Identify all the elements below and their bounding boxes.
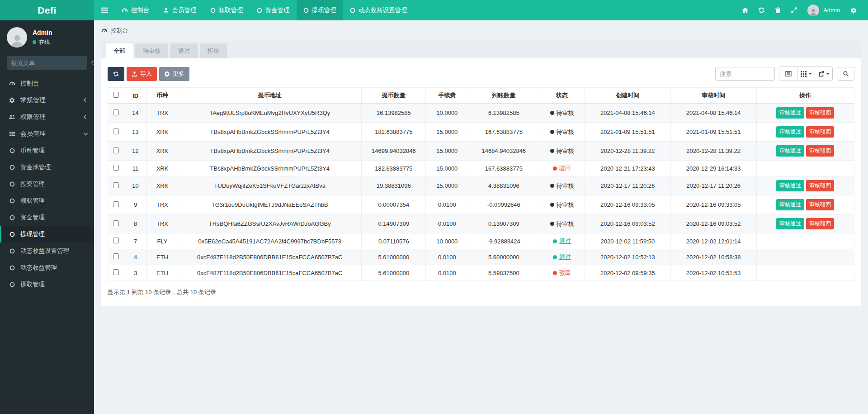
sidebar-item-dashboard[interactable]: 控制台 [0, 75, 94, 92]
ring-icon [9, 148, 15, 153]
hamburger-icon [101, 7, 108, 13]
row-checkbox[interactable] [113, 201, 119, 207]
sidebar-item-general[interactable]: 常规管理 [0, 92, 94, 109]
export-button[interactable] [815, 67, 832, 81]
reject-button[interactable]: 审核驳回 [806, 107, 834, 119]
sidebar-item-dynamic-income-management[interactable]: 动态收益管理 [0, 259, 94, 276]
status-approved[interactable]: 通过 [553, 253, 571, 261]
status-label: 通过 [559, 253, 571, 261]
row-checkbox[interactable] [113, 269, 119, 275]
status-dot-icon [553, 167, 557, 171]
sidebar-item-members[interactable]: 会员管理 [0, 125, 94, 142]
sidebar-search-input[interactable] [11, 60, 91, 67]
person-icon [809, 7, 818, 16]
cell-received: 0.13907309 [468, 214, 539, 233]
cell-actions: 审核通过审核驳回 [756, 176, 854, 195]
reject-button[interactable]: 审核驳回 [806, 145, 834, 157]
main-content: 控制台 全部 待审核 通过 拒绝 导入 [94, 20, 868, 414]
sidebar-item-extraction-management[interactable]: 提取管理 [0, 276, 94, 293]
tab-rejected[interactable]: 拒绝 [200, 43, 227, 58]
sidebar-item-withdrawal-management[interactable]: 提现管理 [0, 226, 94, 243]
row-checkbox[interactable] [113, 109, 119, 115]
table-search-input[interactable] [715, 67, 775, 81]
row-checkbox[interactable] [113, 238, 119, 243]
online-dot-icon [33, 40, 36, 44]
cell-fee: 0.0100 [426, 249, 468, 265]
search-button[interactable] [837, 67, 854, 81]
import-button[interactable]: 导入 [127, 67, 157, 81]
approve-button[interactable]: 审核通过 [776, 180, 804, 191]
row-checkbox[interactable] [113, 220, 119, 226]
gear-icon [850, 7, 857, 14]
topnav-item-claims[interactable]: 领取管理 [203, 0, 250, 20]
cell-created: 2020-12-17 11:20:26 [585, 176, 670, 195]
top-nav: 控制台 会员管理 领取管理 资金管理 提现管理 动态收益设置管理 [115, 0, 414, 20]
refresh-icon [113, 71, 119, 77]
status-pending: 待审核 [550, 201, 574, 209]
sidebar-item-dynamic-income-settings[interactable]: 动态收益设置管理 [0, 243, 94, 259]
row-checkbox[interactable] [113, 253, 119, 259]
ring-icon [257, 8, 262, 13]
select-all-checkbox[interactable] [113, 92, 119, 98]
topnav-item-dynamic-income-settings[interactable]: 动态收益设置管理 [343, 0, 414, 20]
reject-button[interactable]: 审核驳回 [806, 218, 834, 229]
sidebar-item-pool-management[interactable]: 资金池管理 [0, 159, 94, 176]
more-button[interactable]: 更多 [159, 67, 189, 81]
settings-button[interactable] [845, 0, 862, 20]
topnav-item-withdrawals[interactable]: 提现管理 [297, 0, 343, 20]
cell-fee: 0.0100 [426, 195, 468, 214]
sidebar-item-claim-management[interactable]: 领取管理 [0, 192, 94, 209]
row-select-cell [108, 195, 124, 214]
status-rejected[interactable]: 驳回 [553, 164, 571, 172]
sidebar-item-fund-management[interactable]: 资金管理 [0, 209, 94, 226]
cell-coin: FLY [146, 233, 178, 249]
row-checkbox[interactable] [113, 128, 119, 134]
trash-button[interactable] [769, 0, 786, 20]
pagination-toggle-button[interactable] [779, 67, 797, 81]
columns-button[interactable] [797, 67, 815, 81]
approve-button[interactable]: 审核通过 [776, 218, 804, 229]
tab-approved[interactable]: 通过 [170, 43, 198, 58]
tab-all[interactable]: 全部 [106, 43, 133, 58]
ring-icon [9, 165, 15, 170]
fullscreen-button[interactable] [786, 0, 802, 20]
user-menu[interactable]: Admin [802, 0, 845, 20]
cell-status: 驳回 [539, 265, 585, 281]
col-amount: 提币数量 [362, 88, 426, 104]
approve-button[interactable]: 审核通过 [776, 126, 804, 138]
row-select-cell [108, 214, 124, 233]
approve-button[interactable]: 审核通过 [776, 145, 804, 157]
approve-button[interactable]: 审核通过 [776, 199, 804, 210]
cell-amount: 5.61000000 [362, 265, 426, 281]
cell-amount: 14699.94032846 [362, 142, 426, 161]
sidebar-item-permissions[interactable]: 权限管理 [0, 109, 94, 125]
row-checkbox[interactable] [113, 182, 119, 188]
reject-button[interactable]: 审核驳回 [806, 126, 834, 138]
sidebar-item-coin-management[interactable]: 币种管理 [0, 142, 94, 159]
status-approved[interactable]: 通过 [553, 237, 571, 245]
cell-status: 待审核 [539, 104, 585, 123]
row-checkbox[interactable] [113, 148, 119, 153]
reject-button[interactable]: 审核驳回 [806, 199, 834, 210]
cell-amount: 0.07110576 [362, 233, 426, 249]
approve-button[interactable]: 审核通过 [776, 107, 804, 119]
status-dot-icon [550, 130, 554, 134]
breadcrumb-item[interactable]: 控制台 [111, 27, 128, 35]
home-button[interactable] [737, 0, 753, 20]
menu-label: 会员管理 [20, 130, 46, 138]
topnav-item-funds[interactable]: 资金管理 [250, 0, 297, 20]
status-rejected[interactable]: 驳回 [553, 269, 571, 277]
refresh-button[interactable] [108, 67, 124, 81]
sidebar-item-investment-management[interactable]: 投资管理 [0, 176, 94, 192]
topnav-item-members[interactable]: 会员管理 [156, 0, 203, 20]
ring-icon [9, 232, 15, 237]
reject-button[interactable]: 审核驳回 [806, 180, 834, 191]
topnav-item-dashboard[interactable]: 控制台 [115, 0, 156, 20]
row-select-cell [108, 123, 124, 142]
cell-reviewed: 2021-01-09 15:51:51 [670, 123, 756, 142]
row-checkbox[interactable] [113, 165, 119, 171]
cell-status: 待审核 [539, 123, 585, 142]
tab-pending[interactable]: 待审核 [135, 43, 168, 58]
sidebar-toggle-button[interactable] [94, 0, 115, 20]
refresh-button[interactable] [753, 0, 769, 20]
